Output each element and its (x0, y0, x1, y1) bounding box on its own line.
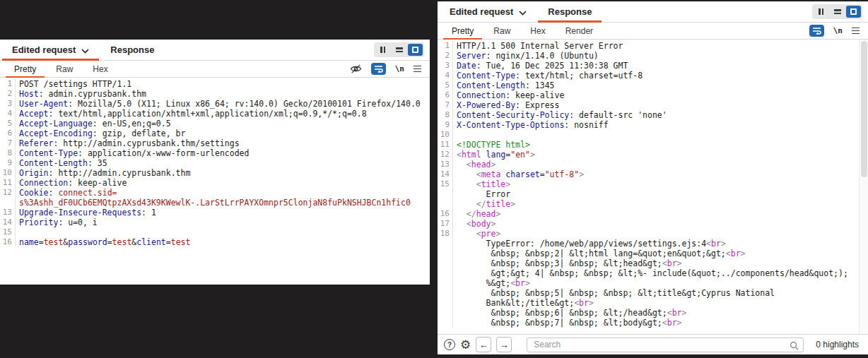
code-line[interactable]: 8Content-Type: application/x-www-form-ur… (0, 148, 430, 158)
code-text: POST /settings HTTP/1.1 (16, 79, 131, 89)
code-line[interactable]: &nbsp; &nbsp;2| &lt;html lang=&quot;en&q… (438, 249, 868, 258)
subtab-raw[interactable]: Raw (46, 61, 83, 77)
code-line[interactable]: 10Origin: http://admin.cyprusbank.thm (0, 168, 430, 178)
line-number: 8 (438, 110, 453, 120)
code-line[interactable]: 16 </head> (438, 209, 868, 219)
hamburger-menu-icon (414, 66, 421, 73)
code-line[interactable]: 14 <meta charset="utf-8"> (438, 169, 868, 179)
next-match-button[interactable]: → (496, 337, 512, 352)
show-newlines-button[interactable]: \n (395, 64, 404, 73)
help-button[interactable]: ? (444, 339, 455, 350)
line-number: 7 (438, 100, 453, 110)
code-line[interactable]: 7Referer: http://admin.cyprusbank.thm/se… (0, 138, 430, 148)
code-line[interactable]: 6Accept-Encoding: gzip, deflate, br (0, 129, 430, 138)
code-line[interactable]: &nbsp; &nbsp;6| &nbsp; &lt;/head&gt;<br> (438, 308, 868, 318)
code-line[interactable]: s%3Ashh_dF0UCb6EMQtpzAXsd43K9KWewlK-.Lar… (0, 198, 430, 208)
code-line[interactable]: 13 <head> (438, 160, 868, 169)
code-line[interactable]: 8Content-Security-Policy: default-src 'n… (438, 110, 868, 120)
code-line[interactable]: %&gt;<br> (438, 278, 868, 288)
code-line[interactable]: 11Connection: keep-alive (0, 178, 430, 188)
line-number: 3 (438, 61, 453, 71)
code-text: Accept-Encoding: gzip, deflate, br (16, 129, 185, 138)
subtab-hex[interactable]: Hex (520, 23, 555, 39)
code-line[interactable]: 2Host: admin.cyprusbank.thm (0, 89, 430, 99)
code-line[interactable]: 17 <body> (438, 219, 868, 229)
editor-menu-button[interactable] (852, 28, 860, 35)
search-settings-button[interactable]: ⚙ (460, 339, 471, 351)
code-line[interactable]: 18 <pre> (438, 229, 868, 239)
hamburger-menu-icon (852, 28, 860, 35)
newline-icon: \n (395, 64, 404, 73)
layout-single-button[interactable] (846, 6, 861, 18)
code-line[interactable]: 2Server: nginx/1.14.0 (Ubuntu) (438, 51, 868, 61)
subtab-raw[interactable]: Raw (483, 23, 520, 39)
subtab-pretty[interactable]: Pretty (4, 61, 46, 77)
code-line[interactable]: 9X-Content-Type-Options: nosniff (438, 120, 868, 130)
eye-off-icon (350, 64, 362, 74)
code-line[interactable]: 9Content-Length: 35 (0, 158, 430, 168)
tab-edited-request[interactable]: Edited request (1, 40, 100, 60)
scrollbar-thumb[interactable] (861, 41, 867, 177)
line-number: 1 (0, 79, 16, 89)
code-line[interactable]: &nbsp; &nbsp;5| &nbsp; &nbsp; &lt;title&… (438, 288, 868, 298)
code-line[interactable]: Bank&lt;/title&gt;<br> (438, 298, 868, 308)
word-wrap-button[interactable] (371, 63, 386, 75)
code-line[interactable]: 1POST /settings HTTP/1.1 (0, 79, 430, 89)
code-text: TypeError: /home/web/app/views/settings.… (453, 239, 726, 249)
hide-nonprintable-button[interactable] (350, 64, 362, 74)
code-text: Content-Type: text/html; charset=utf-8 (453, 71, 643, 80)
code-line[interactable]: 3User-Agent: Mozilla/5.0 (X11; Linux x86… (0, 99, 430, 109)
code-text (453, 130, 457, 140)
code-line[interactable]: 10 (438, 130, 868, 140)
editor-menu-button[interactable] (414, 66, 421, 73)
show-newlines-button[interactable]: \n (833, 26, 843, 35)
code-line[interactable]: 12<html lang="en"> (438, 150, 868, 160)
code-line[interactable]: 16name=test&password=test&client=test (0, 237, 430, 247)
code-line[interactable]: 3Date: Tue, 16 Dec 2025 11:30:38 GMT (438, 61, 868, 71)
layout-rows-button[interactable] (830, 6, 845, 18)
code-line[interactable]: 4Accept: text/html,application/xhtml+xml… (0, 109, 430, 119)
layout-toggle-group (374, 42, 424, 57)
request-editor[interactable]: 1POST /settings HTTP/1.12Host: admin.cyp… (0, 78, 430, 285)
layout-rows-button[interactable] (392, 44, 406, 56)
code-line[interactable]: 11<!DOCTYPE html> (438, 140, 868, 150)
line-number: 8 (0, 148, 16, 158)
code-text: Priority: u=0, i (16, 217, 98, 227)
code-line[interactable]: 7X-Powered-By: Express (438, 100, 868, 110)
subtab-pretty[interactable]: Pretty (442, 23, 483, 39)
word-wrap-button[interactable] (809, 25, 824, 37)
vertical-scrollbar[interactable] (859, 40, 868, 334)
code-line[interactable]: 15 (0, 227, 430, 237)
code-text: &nbsp; &nbsp;5| &nbsp; &nbsp; &lt;title&… (453, 288, 775, 298)
tab-response[interactable]: Response (100, 40, 165, 60)
code-line[interactable]: 6Connection: keep-alive (438, 90, 868, 100)
response-viewer[interactable]: 1HTTP/1.1 500 Internal Server Error2Serv… (438, 40, 868, 334)
request-panel: Edited request Response Pretty Raw Hex (0, 40, 430, 285)
code-line[interactable]: 13Upgrade-Insecure-Requests: 1 (0, 208, 430, 217)
code-line[interactable]: 4Content-Type: text/html; charset=utf-8 (438, 71, 868, 80)
layout-single-button[interactable] (408, 44, 423, 56)
layout-columns-button[interactable] (814, 6, 828, 18)
layout-toggle-group (812, 4, 862, 19)
tab-response[interactable]: Response (537, 1, 602, 22)
code-line[interactable]: Error (438, 189, 868, 199)
code-line[interactable]: 1HTTP/1.1 500 Internal Server Error (438, 41, 868, 51)
rows-icon (834, 9, 841, 14)
previous-match-button[interactable]: ← (476, 337, 491, 352)
rows-icon (396, 47, 403, 52)
code-line[interactable]: &gt;&gt; 4| &nbsp; &nbsp; &lt;%- include… (438, 268, 868, 278)
subtab-hex[interactable]: Hex (83, 61, 117, 77)
code-line[interactable]: TypeError: /home/web/app/views/settings.… (438, 239, 868, 249)
search-input[interactable] (527, 338, 804, 352)
code-line[interactable]: 15 <title> (438, 179, 868, 189)
tab-edited-request[interactable]: Edited request (439, 1, 537, 22)
layout-columns-button[interactable] (375, 44, 390, 56)
code-line[interactable]: </title> (438, 199, 868, 209)
code-line[interactable]: 5Content-Length: 1345 (438, 80, 868, 90)
subtab-render[interactable]: Render (556, 23, 603, 39)
code-line[interactable]: &nbsp; &nbsp;3| &nbsp; &lt;head&gt;<br> (438, 258, 868, 268)
code-line[interactable]: 14Priority: u=0, i (0, 217, 430, 227)
code-line[interactable]: &nbsp; &nbsp;7| &nbsp; &lt;body&gt;<br> (438, 318, 868, 328)
code-line[interactable]: 5Accept-Language: en-US,en;q=0.5 (0, 119, 430, 129)
code-line[interactable]: 12Cookie: connect.sid= (0, 188, 430, 198)
